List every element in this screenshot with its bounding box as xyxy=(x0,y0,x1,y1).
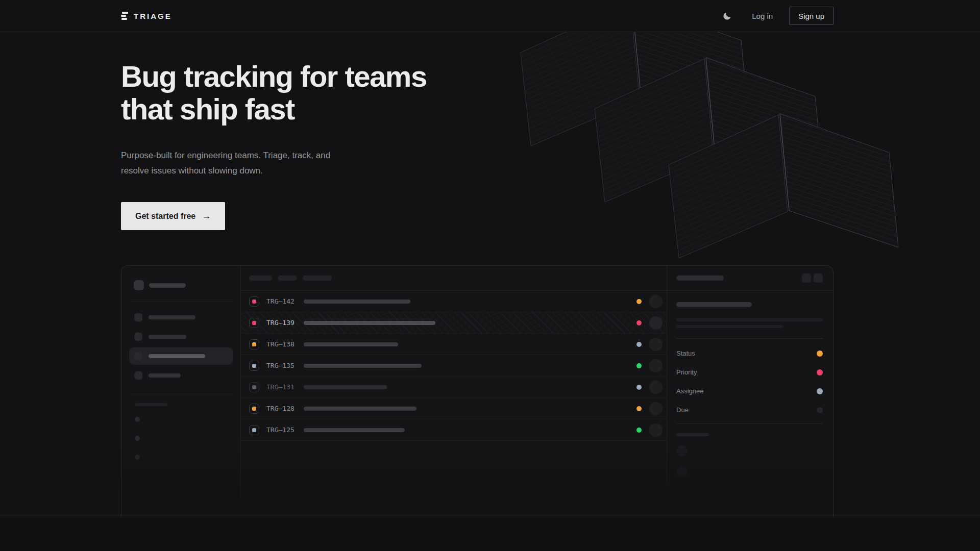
sidebar-nav-item[interactable] xyxy=(129,328,233,345)
issue-id: TRG–135 xyxy=(266,362,295,369)
field-label: Due xyxy=(676,406,689,414)
assignee-avatar xyxy=(649,359,663,372)
signup-button[interactable]: Sign up xyxy=(789,7,834,25)
status-dot xyxy=(636,299,642,304)
sidebar-dot-placeholder xyxy=(135,436,140,441)
hero-subtitle-line2: resolve issues without slowing down. xyxy=(121,163,437,179)
issue-type-icon xyxy=(249,318,259,328)
filter-pill-placeholder[interactable] xyxy=(278,276,297,281)
issue-row[interactable]: TRG–131 xyxy=(241,377,667,398)
issue-row[interactable]: TRG–128 xyxy=(241,398,667,419)
issue-row[interactable]: TRG–142 xyxy=(241,291,667,312)
get-started-button[interactable]: Get started free → xyxy=(121,202,225,230)
wireframe-sheets-decoration xyxy=(490,32,919,262)
issue-row[interactable]: TRG–139 xyxy=(241,312,667,334)
detail-field-row[interactable]: Priority xyxy=(676,363,823,382)
assignee-avatar xyxy=(649,381,663,394)
description-line-placeholder xyxy=(676,325,783,328)
field-value-dot xyxy=(817,369,823,375)
comment-avatar-placeholder xyxy=(676,445,688,457)
sidebar-divider xyxy=(130,395,233,395)
issue-type-icon xyxy=(249,361,259,371)
issue-row[interactable]: TRG–135 xyxy=(241,355,667,377)
issue-id: TRG–139 xyxy=(266,319,295,327)
assignee-avatar xyxy=(649,316,663,330)
issue-title-placeholder xyxy=(676,302,752,307)
hero-section: Bug tracking for teams that ship fast Pu… xyxy=(121,60,437,230)
detail-title-placeholder xyxy=(676,276,724,281)
nav-item-icon-placeholder xyxy=(134,371,142,380)
workspace-name-placeholder xyxy=(149,283,186,288)
issue-id: TRG–131 xyxy=(266,383,295,391)
issue-type-icon xyxy=(249,296,259,307)
status-dot xyxy=(636,385,642,390)
sidebar-nav-item[interactable] xyxy=(129,309,233,326)
assignee-avatar xyxy=(649,338,663,351)
status-dot xyxy=(636,363,642,368)
hero-subtitle-line1: Purpose-built for engineering teams. Tri… xyxy=(121,148,437,163)
detail-divider xyxy=(676,423,823,424)
preview-sidebar xyxy=(121,266,240,517)
issue-title-bar-placeholder xyxy=(304,385,387,389)
page-title-line2: that ship fast xyxy=(121,93,437,126)
status-dot xyxy=(636,406,642,411)
field-label: Status xyxy=(676,349,695,357)
theme-toggle-button[interactable] xyxy=(718,7,736,24)
detail-action-button[interactable] xyxy=(814,273,823,283)
sidebar-nav-item[interactable] xyxy=(129,367,233,384)
issue-id: TRG–142 xyxy=(266,297,295,305)
sidebar-nav-item-active[interactable] xyxy=(129,347,233,365)
issue-title-bar-placeholder xyxy=(304,321,435,325)
detail-field-row[interactable]: Due xyxy=(676,400,823,419)
nav-item-icon-placeholder xyxy=(134,313,142,321)
issue-row[interactable]: TRG–125 xyxy=(241,419,667,441)
nav-item-label-placeholder xyxy=(149,354,205,358)
issue-title-bar-placeholder xyxy=(304,299,410,304)
detail-fields: Status Priority Assignee Due xyxy=(676,344,823,419)
status-dot xyxy=(636,342,642,347)
detail-field-row[interactable]: Assignee xyxy=(676,382,823,400)
moon-icon xyxy=(722,11,732,21)
sidebar-dot-placeholder xyxy=(135,417,140,422)
workspace-switcher[interactable] xyxy=(134,280,240,290)
filter-pill-placeholder[interactable] xyxy=(303,276,332,281)
issue-type-icon xyxy=(249,404,259,414)
get-started-label: Get started free xyxy=(135,212,195,221)
field-value-dot xyxy=(817,350,823,357)
issue-title-bar-placeholder xyxy=(304,428,405,432)
field-value-dot xyxy=(817,407,823,413)
assignee-avatar xyxy=(649,402,663,415)
field-label: Assignee xyxy=(676,387,703,395)
issue-id: TRG–128 xyxy=(266,405,295,412)
status-dot xyxy=(636,320,642,325)
filter-pill-placeholder[interactable] xyxy=(249,276,272,281)
nav-item-icon-placeholder xyxy=(134,333,142,341)
nav-item-label-placeholder xyxy=(149,373,181,378)
section-label-placeholder xyxy=(135,403,167,406)
brand-name: TRIAGE xyxy=(134,12,172,20)
detail-action-button[interactable] xyxy=(802,273,811,283)
sidebar-divider xyxy=(130,301,233,302)
page-title: Bug tracking for teams that ship fast xyxy=(121,60,437,126)
detail-field-row[interactable]: Status xyxy=(676,344,823,363)
hero-subtitle: Purpose-built for engineering teams. Tri… xyxy=(121,148,437,179)
login-link[interactable]: Log in xyxy=(749,8,776,24)
description-line-placeholder xyxy=(676,318,823,321)
page-title-line1: Bug tracking for teams xyxy=(121,60,437,93)
assignee-avatar xyxy=(649,295,663,308)
sidebar-dot-placeholder xyxy=(135,455,140,460)
top-nav: TRIAGE Log in Sign up xyxy=(0,0,980,32)
app-preview-window: TRG–142 TRG–139 TRG–138 TRG–135 TRG–131 xyxy=(121,265,834,517)
comments-label-placeholder xyxy=(676,433,709,436)
issue-row[interactable]: TRG–138 xyxy=(241,334,667,355)
nav-item-label-placeholder xyxy=(149,335,186,339)
arrow-right-icon: → xyxy=(202,211,211,221)
issue-title-bar-placeholder xyxy=(304,342,398,346)
issue-detail-panel: Status Priority Assignee Due xyxy=(667,266,833,517)
issue-type-icon xyxy=(249,339,259,349)
workspace-logo-placeholder xyxy=(134,280,144,290)
brand: TRIAGE xyxy=(121,12,172,20)
nav-item-icon-placeholder xyxy=(134,352,142,360)
issue-list-header xyxy=(241,266,667,291)
assignee-avatar xyxy=(649,423,663,437)
